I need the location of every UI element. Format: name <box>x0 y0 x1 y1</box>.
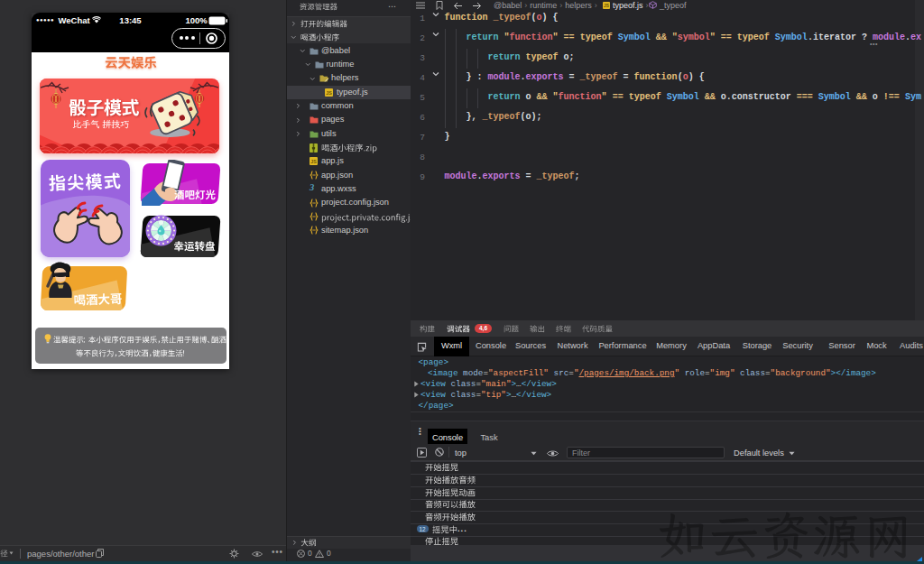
svg-text:JS: JS <box>310 159 317 164</box>
svg-text:JS: JS <box>326 90 332 96</box>
svg-text:JS: JS <box>604 4 610 8</box>
